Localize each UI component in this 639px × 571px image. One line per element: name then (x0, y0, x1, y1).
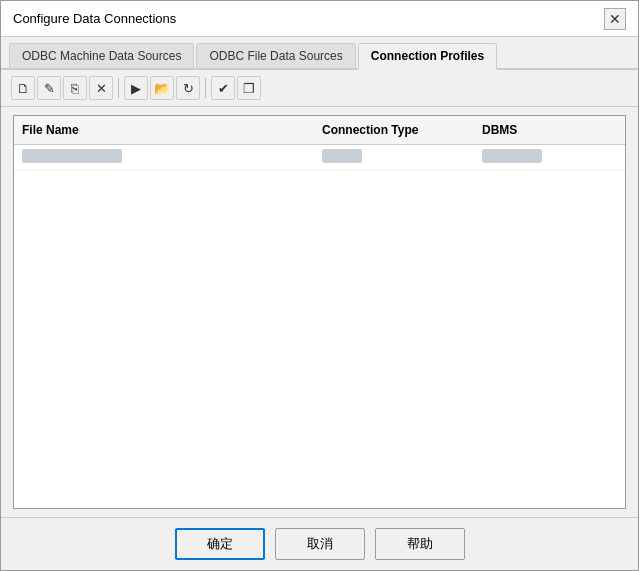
new-profile-button[interactable]: 🗋 (11, 76, 35, 100)
filename-value (22, 149, 122, 163)
grid-body (14, 145, 625, 508)
cell-dbms (474, 145, 625, 170)
check-button[interactable]: ✔ (211, 76, 235, 100)
tab-odbc-machine[interactable]: ODBC Machine Data Sources (9, 43, 194, 68)
footer: 确定 取消 帮助 (1, 517, 638, 570)
col-header-filename: File Name (14, 120, 314, 140)
edit-profile-button[interactable]: ✎ (37, 76, 61, 100)
cell-filename (14, 145, 314, 170)
delete-profile-button[interactable]: ✕ (89, 76, 113, 100)
table-row[interactable] (14, 145, 625, 171)
copy-profile-button[interactable]: ⎘ (63, 76, 87, 100)
tab-connection-profiles[interactable]: Connection Profiles (358, 43, 497, 70)
title-bar: Configure Data Connections ✕ (1, 1, 638, 37)
data-grid: File Name Connection Type DBMS (13, 115, 626, 509)
content-area: File Name Connection Type DBMS (1, 107, 638, 517)
col-header-dbms: DBMS (474, 120, 625, 140)
move-button[interactable]: ▶ (124, 76, 148, 100)
cell-conntype (314, 145, 474, 170)
dialog-title: Configure Data Connections (13, 11, 176, 26)
cancel-button[interactable]: 取消 (275, 528, 365, 560)
configure-data-connections-dialog: Configure Data Connections ✕ ODBC Machin… (0, 0, 639, 571)
help-button[interactable]: 帮助 (375, 528, 465, 560)
separator-2 (205, 78, 206, 98)
tabs-bar: ODBC Machine Data Sources ODBC File Data… (1, 37, 638, 70)
dbms-value (482, 149, 542, 163)
tab-odbc-file[interactable]: ODBC File Data Sources (196, 43, 355, 68)
close-button[interactable]: ✕ (604, 8, 626, 30)
conntype-value (322, 149, 362, 163)
folder-open-button[interactable]: 📂 (150, 76, 174, 100)
refresh-button[interactable]: ↻ (176, 76, 200, 100)
separator-1 (118, 78, 119, 98)
grid-header: File Name Connection Type DBMS (14, 116, 625, 145)
copy2-button[interactable]: ❐ (237, 76, 261, 100)
toolbar: 🗋 ✎ ⎘ ✕ ▶ 📂 ↻ ✔ ❐ (1, 70, 638, 107)
confirm-button[interactable]: 确定 (175, 528, 265, 560)
col-header-conntype: Connection Type (314, 120, 474, 140)
